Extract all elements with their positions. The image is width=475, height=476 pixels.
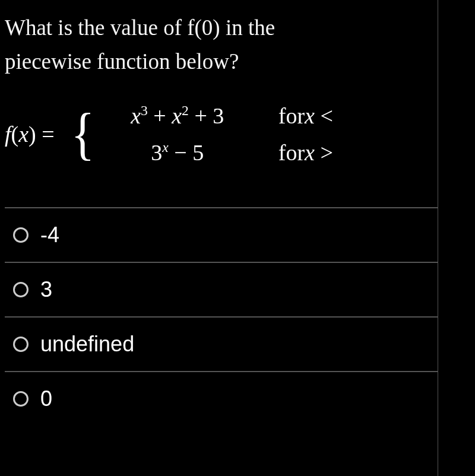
exponent-3: 3 xyxy=(141,103,148,118)
cases: x3 + x2 + 3 forx < 3x − 5 forx > xyxy=(100,103,333,166)
left-brace: { xyxy=(71,113,94,154)
f-symbol: f xyxy=(5,121,11,147)
for-text: for xyxy=(278,140,305,165)
exponent-x: x xyxy=(162,139,168,155)
question-text: What is the value of f(0) in the piecewi… xyxy=(5,11,438,79)
paren-open: ( xyxy=(11,121,19,147)
x-term: x xyxy=(131,103,141,128)
radio-icon xyxy=(13,337,28,352)
option-label: -4 xyxy=(40,223,59,247)
minus-5: − 5 xyxy=(169,140,204,165)
option-0[interactable]: 0 xyxy=(5,371,438,426)
question-panel: What is the value of f(0) in the piecewi… xyxy=(0,0,438,476)
x-term: x xyxy=(172,103,182,128)
case-2-expression: 3x − 5 xyxy=(100,139,255,166)
paren-close-eq: ) = xyxy=(28,121,55,147)
plus-3: + 3 xyxy=(189,103,224,128)
base-3: 3 xyxy=(151,140,162,165)
option-label: undefined xyxy=(40,332,134,357)
question-line-1: What is the value of f(0) in the xyxy=(5,15,275,40)
x-var: x xyxy=(305,140,315,165)
x-var: x xyxy=(305,103,315,128)
radio-icon xyxy=(13,282,28,297)
question-line-2: piecewise function below? xyxy=(5,49,239,74)
case-1: x3 + x2 + 3 forx < xyxy=(100,103,333,129)
radio-icon xyxy=(13,391,28,407)
greater-than: > xyxy=(315,140,333,165)
function-lhs: f (x) = xyxy=(5,121,55,147)
radio-icon xyxy=(13,227,28,243)
option-label: 0 xyxy=(40,386,52,411)
case-2-condition: forx > xyxy=(278,139,333,166)
case-1-expression: x3 + x2 + 3 xyxy=(100,103,255,129)
plus: + xyxy=(148,103,172,128)
piecewise-function: f (x) = { x3 + x2 + 3 forx < 3x − 5 forx… xyxy=(5,103,438,166)
x-symbol: x xyxy=(18,121,28,147)
option-neg-4[interactable]: -4 xyxy=(5,207,438,262)
for-text: for xyxy=(278,103,305,128)
exponent-2: 2 xyxy=(182,103,189,118)
answer-options: -4 3 undefined 0 xyxy=(5,207,438,426)
option-label: 3 xyxy=(40,277,52,302)
option-3[interactable]: 3 xyxy=(5,262,438,316)
case-2: 3x − 5 forx > xyxy=(100,139,333,166)
option-undefined[interactable]: undefined xyxy=(5,316,438,371)
case-1-condition: forx < xyxy=(278,103,333,129)
less-than: < xyxy=(315,103,333,128)
